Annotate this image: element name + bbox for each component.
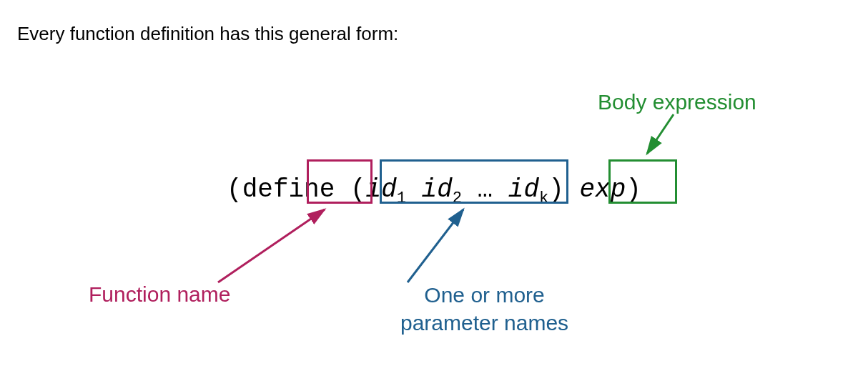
function-name-label: Function name bbox=[89, 282, 230, 307]
body-expression-box bbox=[608, 159, 677, 204]
intro-text: Every function definition has this gener… bbox=[17, 23, 398, 45]
params-line1: One or more bbox=[424, 283, 544, 307]
parameters-label: One or more parameter names bbox=[400, 281, 568, 337]
open-paren-outer: ( bbox=[227, 175, 242, 204]
body-expression-arrow bbox=[647, 114, 674, 154]
parameters-box bbox=[380, 159, 568, 204]
function-name-arrow bbox=[218, 209, 325, 282]
parameters-arrow bbox=[408, 209, 463, 282]
params-line2: parameter names bbox=[400, 311, 568, 335]
function-name-box bbox=[307, 159, 373, 204]
body-expression-label: Body expression bbox=[598, 90, 756, 114]
